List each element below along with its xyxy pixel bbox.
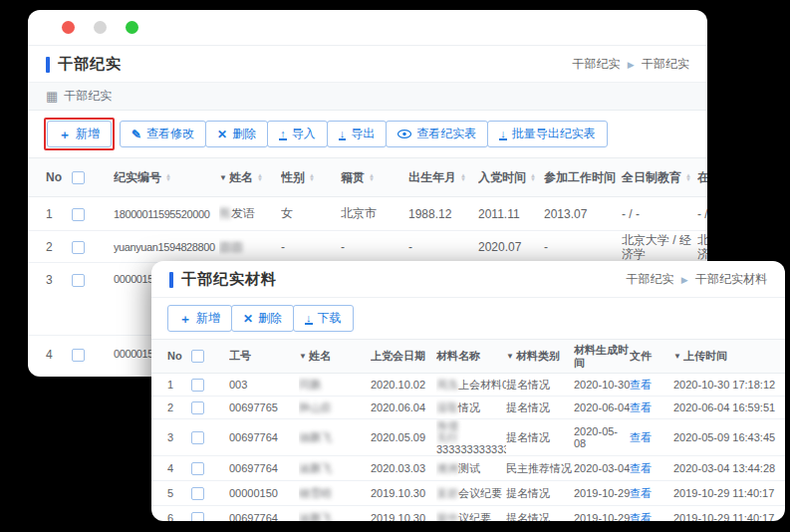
col-record-id[interactable]: 纪实编号▲▼ — [114, 158, 219, 197]
name-cell: 同鹏 — [299, 374, 371, 397]
select-all-checkbox[interactable] — [72, 171, 85, 184]
close-window-button[interactable] — [62, 21, 75, 34]
view-file-link[interactable]: 查看 — [630, 379, 652, 391]
col-gender[interactable]: 性别▲▼ — [281, 158, 341, 197]
export-button[interactable]: ↓ 导出 — [327, 121, 388, 147]
window-cadre-record-materials: 干部纪实材料 干部纪实 ▶ 干部纪实材料 ＋ 新增 ✕ 删除 ↓ 下载 — [151, 261, 785, 521]
title-accent-bar — [46, 57, 50, 73]
download-icon: ↓ — [339, 129, 347, 140]
col-join-work[interactable]: 参加工作时间▲▼ — [544, 158, 622, 197]
delete-button[interactable]: ✕ 删除 — [231, 305, 294, 332]
table-row[interactable]: 1 18000011595520000 熊发语 女 北京市 1988.12 20… — [28, 197, 707, 231]
download-icon: ↓ — [499, 129, 507, 140]
table-row[interactable]: 2 00697765 胂山弈 2020.06.04 湿取情况 提名情况 2020… — [151, 397, 785, 419]
col-generated[interactable]: 材料生成时间 — [574, 340, 630, 374]
filter-icon[interactable]: ▼ — [506, 352, 514, 361]
view-record-table-button[interactable]: 查看纪实表 — [386, 121, 488, 147]
import-label: 导入 — [292, 126, 316, 142]
col-file: 文件 — [630, 340, 673, 374]
name-cell: 德鹏飞 — [299, 419, 371, 456]
filter-icon[interactable]: ▼ — [219, 173, 227, 182]
upload-icon: ↑ — [279, 129, 287, 140]
col-job-no[interactable]: 工号 — [229, 340, 299, 374]
record-id: yuanyuan1594828800 — [114, 231, 219, 263]
col-birth[interactable]: 出生年月▲▼ — [408, 158, 478, 197]
import-button[interactable]: ↑ 导入 — [267, 121, 328, 147]
row-checkbox[interactable] — [191, 462, 204, 475]
page-title: 干部纪实 — [46, 55, 122, 74]
delete-button[interactable]: ✕ 删除 — [205, 121, 268, 147]
view-edit-button[interactable]: ✎ 查看修改 — [120, 121, 206, 147]
col-fulltime-edu[interactable]: 全日制教育▲▼ — [622, 158, 697, 197]
export-label: 导出 — [351, 126, 375, 142]
view-file-link[interactable]: 查看 — [630, 462, 652, 474]
plus-icon: ＋ — [59, 129, 71, 140]
select-all-checkbox-cell — [191, 340, 229, 374]
row-checkbox[interactable] — [72, 241, 85, 254]
table-row[interactable]: 4 00697764 涵鹏飞 2020.03.03 潍洲测试 民主推荐情况 20… — [151, 456, 785, 481]
add-button[interactable]: ＋ 新增 — [167, 305, 232, 332]
col-name[interactable]: ▼姓名 — [299, 340, 371, 374]
table-row[interactable]: 5 00000150 穗雪晴 2019.10.30 某碧会议纪要 提名情况 20… — [151, 481, 785, 506]
view-file-link[interactable]: 查看 — [630, 487, 652, 499]
col-meeting-date[interactable]: 上党会日期 — [371, 340, 436, 374]
col-onjob-edu[interactable]: 在职教育 — [697, 158, 707, 197]
select-all-checkbox-cell — [72, 158, 114, 197]
col-native-place[interactable]: 籍贯▲▼ — [341, 158, 408, 197]
download-button[interactable]: ↓ 下载 — [293, 305, 354, 332]
table-row[interactable]: 1 003 同鹏 2020.10.02 周凫上会材料001 提名情况 2020-… — [151, 374, 785, 397]
sort-icon[interactable]: ▲▼ — [309, 173, 315, 182]
material-cell: 海侵 无行3333333333333 — [436, 419, 506, 456]
sort-icon[interactable]: ▲▼ — [369, 173, 375, 182]
col-category[interactable]: ▼材料类别 — [506, 340, 574, 374]
col-uploaded[interactable]: ▼上传时间 — [673, 340, 785, 374]
row-checkbox[interactable] — [191, 487, 204, 500]
name-cell: 胂山弈 — [299, 397, 371, 419]
table-row[interactable]: 3 00697764 德鹏飞 2020.05.09 海侵 无行333333333… — [151, 419, 785, 456]
table-row[interactable]: 6 00697764 涵鹏飞 2019.10.30 策中议纪要 提名情况 201… — [151, 506, 785, 522]
row-checkbox[interactable] — [191, 379, 204, 392]
view-file-link[interactable]: 查看 — [630, 401, 652, 413]
filter-icon[interactable]: ▼ — [299, 352, 307, 361]
sort-icon[interactable]: ▲▼ — [165, 173, 171, 182]
col-join-party[interactable]: 入党时间▲▼ — [478, 158, 544, 197]
material-cell: 策中议纪要 — [436, 506, 506, 522]
name-cell: 涵鹏飞 — [299, 456, 371, 481]
row-checkbox[interactable] — [72, 349, 85, 362]
filter-icon[interactable]: ▼ — [673, 352, 681, 361]
sort-icon[interactable]: ▲▼ — [257, 173, 263, 182]
sort-icon[interactable]: ▲▼ — [530, 173, 536, 182]
section-header: ▦ 干部纪实 — [28, 83, 707, 111]
add-button[interactable]: ＋ 新增 — [47, 121, 112, 147]
row-checkbox[interactable] — [72, 274, 85, 287]
table-header-row: No 工号 ▼姓名 上党会日期 材料名称 ▼材料类别 材料生成时间 文件 ▼上传… — [151, 340, 785, 374]
col-name[interactable]: ▼姓名▲▼ — [219, 158, 281, 197]
table-grid-icon: ▦ — [46, 90, 58, 103]
download-label: 下载 — [318, 310, 342, 327]
breadcrumb-parent[interactable]: 干部纪实 — [626, 272, 673, 286]
sort-icon[interactable]: ▲▼ — [460, 173, 466, 182]
breadcrumb-parent[interactable]: 干部纪实 — [572, 57, 620, 71]
row-checkbox[interactable] — [191, 431, 204, 444]
row-checkbox[interactable] — [191, 401, 204, 414]
view-file-link[interactable]: 查看 — [630, 512, 652, 522]
delete-label: 删除 — [258, 310, 282, 327]
sort-icon[interactable]: ▲▼ — [685, 173, 691, 182]
page-title: 干部纪实材料 — [169, 270, 277, 289]
minimize-window-button[interactable] — [94, 21, 107, 34]
table-header-row: No 纪实编号▲▼ ▼姓名▲▼ 性别▲▼ 籍贯▲▼ 出生年月▲▼ 入党时间▲▼ … — [28, 158, 707, 197]
name-cell: 穗雪晴 — [299, 481, 371, 506]
delete-label: 删除 — [232, 126, 256, 142]
table-row[interactable]: 2 yuanyuan1594828800 圆圆 - - - 2020.07 - … — [28, 231, 707, 263]
row-checkbox[interactable] — [191, 512, 204, 521]
select-all-checkbox[interactable] — [191, 350, 204, 363]
add-button-highlight: ＋ 新增 — [44, 118, 115, 150]
row-checkbox[interactable] — [72, 208, 85, 221]
name-cell: 涵鹏飞 — [299, 506, 371, 522]
view-edit-label: 查看修改 — [146, 126, 194, 142]
col-material[interactable]: 材料名称 — [436, 340, 506, 374]
view-file-link[interactable]: 查看 — [630, 431, 652, 443]
batch-export-button[interactable]: ↓ 批量导出纪实表 — [487, 121, 608, 147]
maximize-window-button[interactable] — [126, 21, 138, 34]
page-header: 干部纪实 干部纪实 ▶ 干部纪实 — [28, 46, 707, 83]
